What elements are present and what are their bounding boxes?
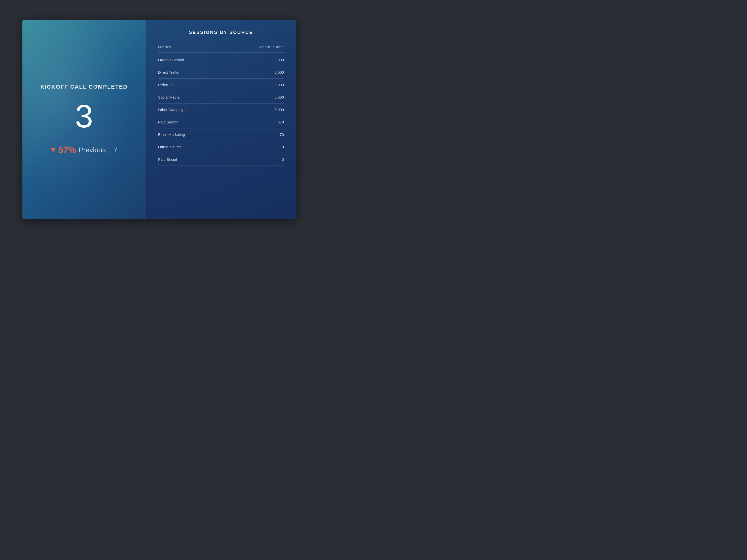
kickoff-title: KICKOFF CALL COMPLETED [40,84,128,90]
row-value: 5,000 [275,95,284,99]
table-row: Paid Search678 [158,116,284,128]
row-label: Direct Traffic [158,70,179,74]
row-value: 8,000 [275,108,284,112]
col-metrics-header: Metrics [158,45,171,49]
right-panel: SESSIONS BY SOURCE Metrics Month to date… [146,20,296,219]
row-value: 0 [282,157,284,162]
row-value: 8,000 [275,83,284,87]
row-value: 70 [280,132,284,137]
row-value: 5,000 [275,70,284,74]
table-row: Social Media5,000 [158,91,284,104]
table-row: Direct Traffic5,000 [158,66,284,79]
table-row: Paid Social0 [158,153,284,166]
row-label: Paid Social [158,157,177,162]
left-panel: KICKOFF CALL COMPLETED 3 57% Previous: 7 [22,20,146,219]
stats-row: 57% Previous: 7 [51,145,118,155]
table-row: Referrals8,000 [158,79,284,91]
row-label: Social Media [158,95,180,99]
table-header: Metrics Month to date [158,43,284,53]
row-value: 8,000 [275,58,284,62]
table-row: Organic Search8,000 [158,54,284,66]
row-label: Offline Source [158,145,182,149]
big-number: 3 [75,100,93,132]
previous-text: Previous: 7 [79,146,118,154]
sessions-title: SESSIONS BY SOURCE [158,30,284,35]
sessions-table: Metrics Month to date Organic Search8,00… [158,43,284,209]
down-arrow-icon [51,148,56,152]
col-value-header: Month to date [259,45,284,49]
row-label: Referrals [158,83,173,87]
table-row: Other Campaigns8,000 [158,104,284,116]
row-label: Paid Search [158,120,179,124]
table-row: Email Marketing70 [158,128,284,141]
row-label: Organic Search [158,58,184,62]
row-value: 678 [278,120,284,124]
row-value: 0 [282,145,284,149]
row-label: Email Marketing [158,132,185,137]
percent-value: 57% [58,145,76,155]
table-rows-container: Organic Search8,000Direct Traffic5,000Re… [158,54,284,166]
table-row: Offline Source0 [158,141,284,153]
row-label: Other Campaigns [158,108,187,112]
main-card: KICKOFF CALL COMPLETED 3 57% Previous: 7… [22,20,296,219]
